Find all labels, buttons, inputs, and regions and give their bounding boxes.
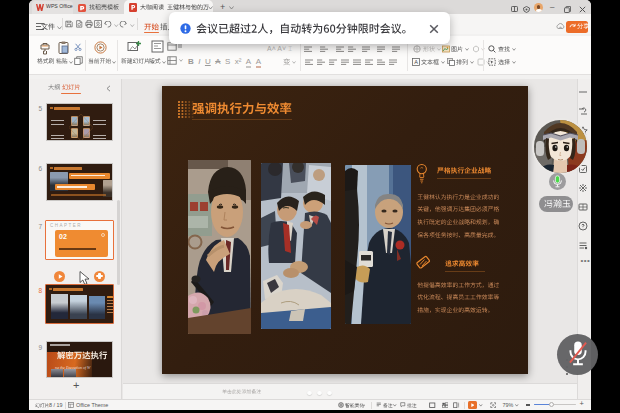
svg-text:A: A [414, 59, 418, 65]
